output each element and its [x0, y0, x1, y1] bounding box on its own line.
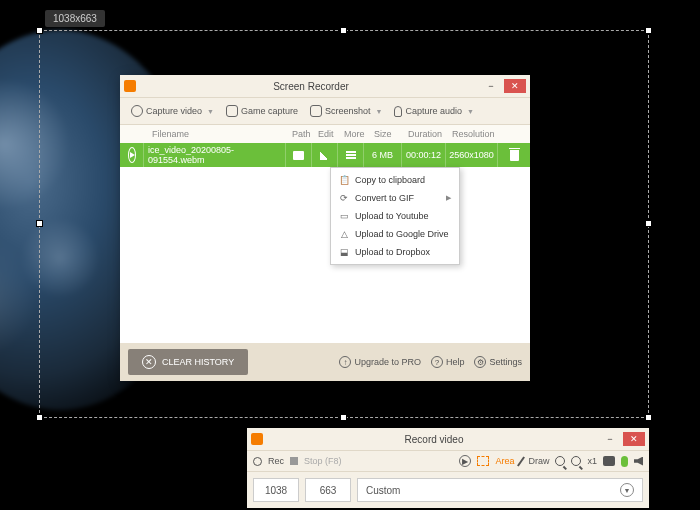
recordings-list: 📋Copy to clipboard ⟳Convert to GIF▶ ▭Upl…: [120, 167, 530, 343]
gdrive-icon: △: [339, 229, 349, 239]
header-duration: Duration: [406, 129, 450, 139]
footer-bar: ✕CLEAR HISTORY ↑Upgrade to PRO ?Help ⚙Se…: [120, 343, 530, 381]
stop-button[interactable]: Stop (F8): [304, 456, 342, 466]
pencil-icon: [320, 150, 330, 160]
duration-cell: 00:00:12: [402, 143, 446, 167]
resolution-cell: 2560x1080: [446, 143, 498, 167]
zoom-in-icon[interactable]: [571, 456, 581, 466]
menu-convert-gif[interactable]: ⟳Convert to GIF▶: [331, 189, 459, 207]
edit-button[interactable]: [312, 143, 338, 167]
height-input[interactable]: 663: [305, 478, 351, 502]
rv-toolbar: Rec Stop (F8) ▶ Area Draw x1: [247, 450, 649, 472]
zoom-level: x1: [587, 456, 597, 466]
rv-titlebar[interactable]: Record video − ✕: [247, 428, 649, 450]
speaker-icon[interactable]: [634, 457, 643, 466]
clipboard-icon: 📋: [339, 175, 349, 185]
chevron-down-icon: ▼: [620, 483, 634, 497]
filename-cell: ice_video_20200805-091554.webm: [144, 143, 286, 167]
size-cell: 6 MB: [364, 143, 402, 167]
capture-audio-button[interactable]: Capture audio▼: [389, 103, 478, 120]
dimensions-badge: 1038x663: [45, 10, 105, 27]
chevron-down-icon: ▼: [467, 108, 474, 115]
delete-button[interactable]: [498, 143, 530, 167]
header-more: More: [342, 129, 372, 139]
menu-upload-youtube[interactable]: ▭Upload to Youtube: [331, 207, 459, 225]
titlebar[interactable]: Screen Recorder − ✕: [120, 75, 530, 97]
gear-icon: ⚙: [474, 356, 486, 368]
path-button[interactable]: [286, 143, 312, 167]
header-size: Size: [372, 129, 406, 139]
upgrade-icon: ↑: [339, 356, 351, 368]
handle-tm[interactable]: [340, 27, 347, 34]
gamepad-icon: [226, 105, 238, 117]
camera-icon: [310, 105, 322, 117]
pencil-icon: [517, 456, 525, 466]
settings-link[interactable]: ⚙Settings: [474, 356, 522, 368]
window-title: Screen Recorder: [142, 81, 480, 92]
header-path: Path: [290, 129, 316, 139]
main-toolbar: Capture video▼ Game capture Screenshot▼ …: [120, 97, 530, 125]
help-link[interactable]: ?Help: [431, 356, 465, 368]
zoom-out-icon[interactable]: [555, 456, 565, 466]
rv-window-title: Record video: [269, 434, 599, 445]
app-logo: [124, 80, 136, 92]
menu-upload-dropbox[interactable]: ⬓Upload to Dropbox: [331, 243, 459, 261]
capture-video-button[interactable]: Capture video▼: [126, 102, 219, 120]
play-icon[interactable]: ▶: [459, 455, 471, 467]
record-icon: [253, 457, 262, 466]
menu-copy-clipboard[interactable]: 📋Copy to clipboard: [331, 171, 459, 189]
preset-dropdown[interactable]: Custom▼: [357, 478, 643, 502]
clear-history-button[interactable]: ✕CLEAR HISTORY: [128, 349, 248, 375]
handle-br[interactable]: [645, 414, 652, 421]
trash-icon: [510, 150, 519, 161]
stop-icon: [290, 457, 298, 465]
chevron-right-icon: ▶: [446, 194, 451, 202]
rv-close-button[interactable]: ✕: [623, 432, 645, 446]
play-icon[interactable]: [128, 147, 136, 163]
area-button[interactable]: Area: [495, 456, 514, 466]
webcam-icon[interactable]: [603, 456, 615, 466]
youtube-icon: ▭: [339, 211, 349, 221]
area-icon: [477, 456, 489, 466]
column-headers: Filename Path Edit More Size Duration Re…: [120, 125, 530, 143]
handle-ml[interactable]: [36, 220, 43, 227]
convert-icon: ⟳: [339, 193, 349, 203]
game-capture-button[interactable]: Game capture: [221, 102, 303, 120]
rv-minimize-button[interactable]: −: [599, 432, 621, 446]
menu-icon: [346, 151, 356, 159]
more-context-menu: 📋Copy to clipboard ⟳Convert to GIF▶ ▭Upl…: [330, 167, 460, 265]
screenshot-button[interactable]: Screenshot▼: [305, 102, 387, 120]
clear-icon: ✕: [142, 355, 156, 369]
microphone-icon[interactable]: [621, 456, 628, 467]
header-filename: Filename: [150, 129, 290, 139]
handle-mr[interactable]: [645, 220, 652, 227]
handle-bl[interactable]: [36, 414, 43, 421]
screen-recorder-window: Screen Recorder − ✕ Capture video▼ Game …: [120, 75, 530, 381]
folder-icon: [293, 151, 304, 160]
minimize-button[interactable]: −: [480, 79, 502, 93]
more-button[interactable]: [338, 143, 364, 167]
chevron-down-icon: ▼: [207, 108, 214, 115]
draw-button[interactable]: Draw: [528, 456, 549, 466]
width-input[interactable]: 1038: [253, 478, 299, 502]
header-resolution: Resolution: [450, 129, 500, 139]
close-button[interactable]: ✕: [504, 79, 526, 93]
microphone-icon: [394, 106, 402, 117]
app-logo: [251, 433, 263, 445]
chevron-down-icon: ▼: [376, 108, 383, 115]
dropbox-icon: ⬓: [339, 247, 349, 257]
handle-bm[interactable]: [340, 414, 347, 421]
upgrade-link[interactable]: ↑Upgrade to PRO: [339, 356, 421, 368]
handle-tl[interactable]: [36, 27, 43, 34]
rv-dimension-inputs: 1038 663 Custom▼: [247, 472, 649, 508]
menu-upload-gdrive[interactable]: △Upload to Google Drive: [331, 225, 459, 243]
handle-tr[interactable]: [645, 27, 652, 34]
header-edit: Edit: [316, 129, 342, 139]
rec-button[interactable]: Rec: [268, 456, 284, 466]
recording-row[interactable]: ice_video_20200805-091554.webm 6 MB 00:0…: [120, 143, 530, 167]
help-icon: ?: [431, 356, 443, 368]
record-icon: [131, 105, 143, 117]
record-video-window: Record video − ✕ Rec Stop (F8) ▶ Area Dr…: [247, 428, 649, 508]
